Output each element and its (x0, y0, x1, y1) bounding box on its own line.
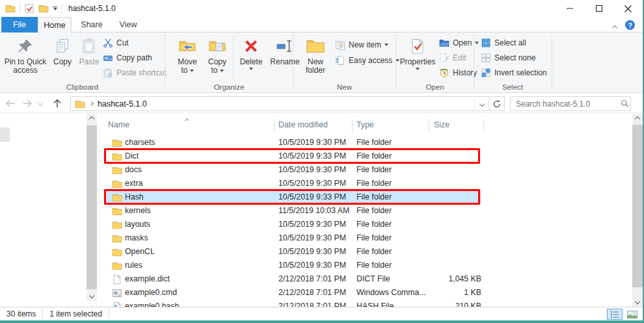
breadcrumb-folder[interactable]: hashcat-5.1.0 (98, 99, 147, 109)
column-header-type[interactable]: Type (356, 120, 374, 129)
scroll-down-button[interactable] (632, 296, 643, 307)
address-bar[interactable]: hashcat-5.1.0 (70, 96, 505, 111)
qat-new-folder-button[interactable] (38, 3, 49, 14)
history-button[interactable]: History (439, 66, 477, 80)
qat-customize-button[interactable] (53, 6, 57, 11)
move-to-button[interactable]: Move to (173, 34, 202, 75)
tab-home[interactable]: Home (38, 17, 72, 33)
tab-share[interactable]: Share (73, 17, 111, 32)
up-button[interactable] (49, 96, 65, 111)
forward-button[interactable] (20, 96, 35, 111)
minimize-ribbon-button[interactable] (613, 23, 617, 32)
minimize-button[interactable] (555, 0, 584, 17)
copy-to-button[interactable]: Copy to (203, 34, 232, 75)
file-name: example.dict (125, 274, 170, 283)
divider (109, 309, 109, 318)
dropdown-caret-icon (416, 68, 420, 70)
table-row-opencl[interactable]: OpenCL 10/5/2019 9:30 PM File folder (104, 245, 633, 259)
easy-access-button[interactable]: Easy access (335, 53, 399, 68)
table-row-example0-hash[interactable]: example0.hash 2/12/2018 7:01 PM HASH Fil… (104, 300, 633, 307)
file-size: 210 KB (433, 302, 481, 307)
history-icon (439, 68, 449, 78)
copy-to-icon (208, 34, 226, 58)
paste-button[interactable]: Paste (75, 34, 103, 66)
select-none-icon (481, 53, 491, 63)
scroll-down-button[interactable] (87, 291, 97, 301)
invert-selection-button[interactable]: Invert selection (481, 66, 547, 80)
breadcrumb[interactable]: hashcat-5.1.0 (71, 99, 474, 109)
file-size: 1,045 KB (433, 274, 481, 283)
file-date: 2/12/2018 7:01 PM (278, 288, 346, 297)
scroll-up-button[interactable] (632, 114, 643, 124)
folder-icon (112, 165, 122, 175)
table-row-layouts[interactable]: layouts 10/5/2019 9:30 PM File folder (104, 218, 633, 231)
copy-path-button[interactable]: Copy path (103, 51, 152, 65)
details-view-button[interactable] (607, 309, 623, 320)
table-row-dict[interactable]: Dict 10/5/2019 9:33 PM File folder (104, 149, 633, 163)
tab-view[interactable]: View (111, 17, 146, 32)
file-name: docs (125, 165, 142, 174)
easy-access-icon (335, 55, 345, 66)
cut-button[interactable]: Cut (103, 36, 129, 50)
search-input[interactable] (511, 99, 619, 109)
qat-properties-button[interactable] (24, 3, 34, 14)
file-name: layouts (125, 220, 150, 229)
column-headers: Name Date modified Type Size (104, 114, 633, 136)
delete-button[interactable]: Delete (235, 34, 267, 70)
ribbon-tab-bar: File Home Share View ? (0, 17, 643, 32)
thumbnails-view-button[interactable] (624, 309, 640, 320)
edit-button[interactable]: Edit (439, 51, 466, 65)
copy-button[interactable]: Copy (49, 34, 75, 66)
group-label-clipboard: Clipboard (0, 83, 165, 91)
help-icon[interactable]: ? (625, 20, 635, 30)
table-row-extra[interactable]: extra 10/5/2019 9:30 PM File folder (104, 177, 633, 190)
table-row-example0-cmd[interactable]: example0.cmd 2/12/2018 7:01 PM Windows C… (104, 286, 633, 300)
table-row-charsets[interactable]: charsets 10/5/2019 9:30 PM File folder (104, 136, 633, 149)
back-button[interactable] (3, 96, 18, 111)
scroll-up-button[interactable] (87, 114, 97, 124)
folder-icon (112, 206, 122, 216)
close-button[interactable] (613, 0, 643, 17)
column-header-date[interactable]: Date modified (278, 120, 328, 129)
file-type: File folder (356, 247, 392, 256)
maximize-button[interactable] (584, 0, 613, 17)
table-row-example-dict[interactable]: example.dict 2/12/2018 7:01 PM DICT File… (104, 272, 633, 286)
ribbon-group-organize: Move to Copy to Delete Rename Organize (165, 32, 293, 92)
file-list-scrollbar[interactable] (632, 114, 643, 307)
button-label: Properties (400, 58, 436, 66)
scrollbar-thumb[interactable] (87, 125, 97, 289)
address-dropdown-button[interactable] (474, 97, 489, 110)
pin-to-quick-access-button[interactable]: Pin to Quick access (3, 34, 48, 75)
navigation-pane-scrollbar[interactable] (87, 114, 97, 301)
scrollbar-thumb[interactable] (632, 125, 643, 287)
table-row-docs[interactable]: docs 10/5/2019 9:30 PM File folder (104, 163, 633, 177)
search-icon[interactable] (619, 99, 630, 108)
table-row-rules[interactable]: rules 10/5/2019 9:30 PM File folder (104, 259, 633, 272)
column-header-name[interactable]: Name (108, 120, 129, 129)
properties-button[interactable]: Properties (397, 34, 438, 70)
recent-locations-button[interactable] (35, 96, 46, 111)
select-none-button[interactable]: Select none (481, 51, 535, 65)
divider[interactable] (483, 119, 484, 132)
divider[interactable] (352, 119, 353, 132)
view-toggles (607, 309, 640, 320)
divider[interactable] (429, 119, 429, 132)
table-row-hash-selected[interactable]: Hash 10/5/2019 9:33 PM File folder (104, 190, 633, 204)
folder-icon (112, 247, 122, 257)
tab-file[interactable]: File (1, 17, 38, 32)
paste-shortcut-button[interactable]: Paste shortcut (103, 66, 167, 80)
file-name: extra (125, 179, 142, 188)
file-type: File folder (356, 261, 392, 270)
column-header-size[interactable]: Size (434, 120, 449, 129)
file-date: 2/12/2018 7:01 PM (278, 302, 346, 307)
new-item-button[interactable]: New item (335, 38, 388, 52)
table-row-kernels[interactable]: kernels 11/5/2019 10:03 AM File folder (104, 204, 633, 218)
group-label-select: Select (474, 83, 551, 91)
refresh-button[interactable] (489, 97, 504, 110)
button-label: Paste shortcut (116, 68, 167, 77)
select-all-button[interactable]: Select all (481, 36, 526, 50)
group-label-open: Open (396, 83, 474, 91)
table-row-masks[interactable]: masks 10/5/2019 9:30 PM File folder (104, 231, 633, 245)
new-folder-button[interactable]: New folder (299, 34, 332, 75)
divider[interactable] (274, 119, 275, 132)
